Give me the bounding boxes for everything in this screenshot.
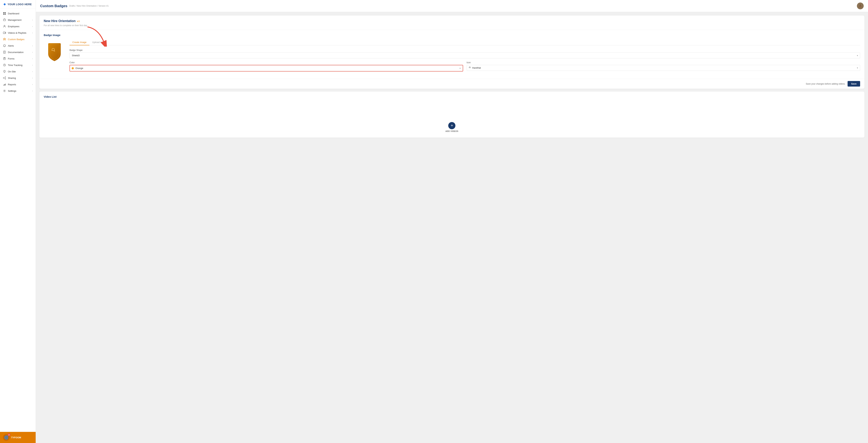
badge-form: Create Image Upload Image Badge Shape Sh… bbox=[69, 39, 860, 75]
version-tag: v.1 bbox=[77, 20, 80, 22]
svg-rect-24 bbox=[5, 84, 5, 86]
notification-badge: 19 bbox=[7, 433, 10, 436]
sidebar-item-forms[interactable]: Forms › bbox=[0, 55, 36, 62]
shape-select[interactable]: Shield3 Shield1 Shield2 Circle bbox=[69, 53, 860, 58]
breadcrumb: Drafts / New Hire Orientation / Version … bbox=[69, 5, 108, 7]
chevron-right-icon: › bbox=[32, 84, 33, 86]
chevron-right-icon: › bbox=[32, 25, 33, 27]
sidebar-item-label: Reports bbox=[8, 83, 32, 86]
svg-point-26 bbox=[860, 4, 861, 6]
chevron-right-icon: › bbox=[32, 77, 33, 79]
logo-text: YOUR LOGO HERE bbox=[7, 3, 32, 6]
chevron-right-icon: › bbox=[32, 64, 33, 66]
icon-select-wrapper: HardHat Star Shield User bbox=[467, 65, 860, 71]
badge-preview bbox=[44, 39, 65, 75]
svg-point-19 bbox=[3, 78, 4, 78]
svg-rect-1 bbox=[5, 12, 6, 13]
sidebar-item-label: Dashboard bbox=[8, 12, 33, 15]
videos-icon bbox=[3, 31, 6, 34]
video-list-title: Video List bbox=[39, 92, 864, 102]
sidebar-item-on-site[interactable]: On-Site › bbox=[0, 68, 36, 75]
main-content: Custom Badges Drafts / New Hire Orientat… bbox=[36, 0, 868, 443]
form-row-shape: Badge Shape Shield3 Shield1 Shield2 Circ… bbox=[69, 49, 860, 58]
badge-shield-svg bbox=[46, 42, 63, 62]
header-left: Custom Badges Drafts / New Hire Orientat… bbox=[40, 4, 108, 8]
svg-rect-4 bbox=[3, 19, 5, 21]
color-label: Color bbox=[69, 61, 463, 64]
sidebar-item-time-tracking[interactable]: Time Tracking › bbox=[0, 62, 36, 68]
shape-label: Badge Shape bbox=[69, 49, 860, 52]
sidebar-footer[interactable]: 🌀 19 TYFOOM bbox=[0, 432, 36, 443]
sidebar-item-label: Time Tracking bbox=[8, 64, 32, 66]
save-button[interactable]: Save bbox=[847, 81, 860, 87]
color-select[interactable]: Orange Blue Green Red Purple bbox=[70, 65, 463, 71]
sidebar-item-documentation[interactable]: Documentation › bbox=[0, 49, 36, 55]
form-row-color-icon: Color Orange Blue Green Red Purple bbox=[69, 61, 860, 71]
form-group-shape: Badge Shape Shield3 Shield1 Shield2 Circ… bbox=[69, 49, 860, 58]
svg-point-16 bbox=[4, 71, 5, 71]
sidebar-item-videos-playlists[interactable]: Videos & Playlists › bbox=[0, 30, 36, 36]
badge-image-content: Create Image Upload Image Badge Shape Sh… bbox=[39, 36, 864, 79]
chevron-right-icon: › bbox=[32, 70, 33, 72]
sidebar-item-settings[interactable]: Settings › bbox=[0, 88, 36, 94]
badge-description: For all new hires to complete on their f… bbox=[44, 24, 88, 27]
save-row: Save your changes before adding videos. … bbox=[39, 79, 864, 89]
sidebar-item-custom-badges[interactable]: Custom Badges bbox=[0, 36, 36, 42]
footer-avatar: 🌀 19 bbox=[3, 434, 10, 441]
video-list-content: + ADD VIDEOS bbox=[39, 102, 864, 138]
badge-card: New Hire Orientation v.1 For all new hir… bbox=[39, 16, 864, 89]
reports-icon bbox=[3, 83, 6, 86]
sidebar-nav: Dashboard Management › Employees › Video… bbox=[0, 9, 36, 432]
sidebar-item-reports[interactable]: Reports › bbox=[0, 81, 36, 88]
documentation-icon bbox=[3, 51, 6, 54]
settings-icon bbox=[3, 89, 6, 92]
sidebar-item-label: Management bbox=[8, 19, 32, 21]
svg-point-5 bbox=[4, 25, 5, 26]
custom-badges-icon bbox=[3, 38, 6, 41]
svg-line-21 bbox=[4, 78, 5, 79]
sidebar-item-label: On-Site bbox=[8, 70, 32, 73]
svg-rect-23 bbox=[4, 84, 5, 86]
form-group-icon: Icon HardHat Star Shield User bbox=[467, 61, 860, 71]
color-select-wrapper: Orange Blue Green Red Purple bbox=[69, 65, 463, 71]
svg-rect-2 bbox=[3, 13, 4, 15]
icon-select[interactable]: HardHat Star Shield User bbox=[467, 65, 860, 71]
management-icon bbox=[3, 18, 6, 22]
chevron-right-icon: › bbox=[32, 32, 33, 34]
user-avatar[interactable] bbox=[857, 2, 864, 9]
time-tracking-icon bbox=[3, 63, 6, 67]
sidebar-item-management[interactable]: Management › bbox=[0, 17, 36, 23]
svg-rect-0 bbox=[3, 12, 4, 13]
sidebar-item-alerts[interactable]: Alerts › bbox=[0, 42, 36, 49]
sidebar-item-label: Forms bbox=[8, 57, 32, 60]
tab-create-image[interactable]: Create Image bbox=[69, 39, 89, 45]
svg-rect-6 bbox=[3, 32, 5, 34]
video-list-card: Video List + ADD VIDEOS bbox=[39, 92, 864, 138]
add-videos-button[interactable]: + ADD VIDEOS bbox=[445, 122, 458, 132]
sidebar-item-label: Custom Badges bbox=[8, 38, 33, 41]
svg-point-18 bbox=[5, 79, 6, 79]
sidebar-item-label: Settings bbox=[8, 90, 32, 92]
chevron-right-icon: › bbox=[32, 19, 33, 21]
employees-icon bbox=[3, 25, 6, 28]
sharing-icon bbox=[3, 76, 6, 80]
sidebar: YOUR LOGO HERE Dashboard Management › Em… bbox=[0, 0, 36, 443]
sidebar-item-label: Alerts bbox=[8, 45, 32, 47]
chevron-right-icon: › bbox=[32, 58, 33, 60]
tab-bar: Create Image Upload Image bbox=[69, 39, 860, 45]
sidebar-item-dashboard[interactable]: Dashboard bbox=[0, 10, 36, 17]
add-videos-label: ADD VIDEOS bbox=[445, 130, 458, 132]
sidebar-item-employees[interactable]: Employees › bbox=[0, 23, 36, 30]
on-site-icon bbox=[3, 70, 6, 73]
add-circle-icon: + bbox=[448, 122, 456, 129]
footer-name: TYFOOM bbox=[11, 436, 21, 439]
badge-title: New Hire Orientation bbox=[44, 19, 75, 23]
svg-point-25 bbox=[4, 90, 5, 91]
content-area: New Hire Orientation v.1 For all new hir… bbox=[36, 12, 868, 144]
svg-rect-3 bbox=[5, 13, 6, 15]
tab-upload-image[interactable]: Upload Image bbox=[89, 39, 110, 45]
sidebar-item-label: Videos & Playlists bbox=[8, 32, 32, 34]
badge-card-header: New Hire Orientation v.1 For all new hir… bbox=[39, 16, 864, 30]
sidebar-item-sharing[interactable]: Sharing › bbox=[0, 75, 36, 81]
page-header: Custom Badges Drafts / New Hire Orientat… bbox=[36, 0, 868, 12]
